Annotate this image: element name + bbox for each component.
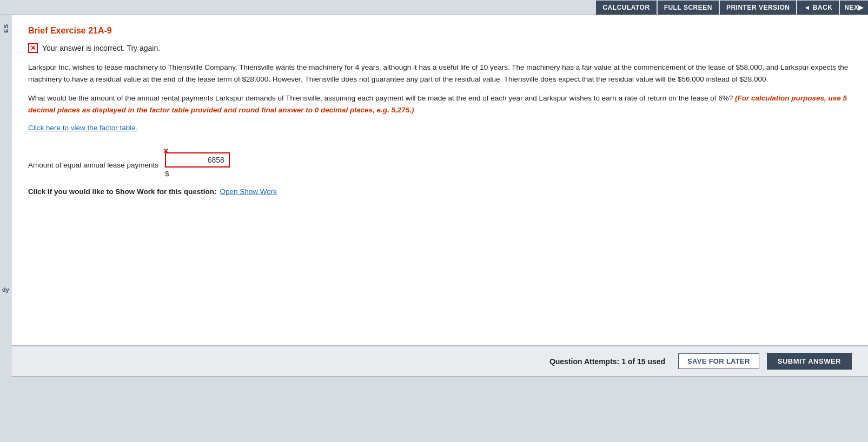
- dollar-sign: $: [165, 170, 169, 178]
- sidebar-bottom-label: dy: [2, 286, 9, 293]
- question-body-2-text: What would be the amount of the annual r…: [28, 94, 733, 102]
- next-button[interactable]: NEX▶: [840, 1, 868, 15]
- input-row: Amount of equal annual lease payments ✕ …: [28, 152, 852, 178]
- save-for-later-button[interactable]: SAVE FOR LATER: [678, 353, 759, 369]
- question-body-2: What would be the amount of the annual r…: [28, 92, 852, 116]
- submit-answer-button[interactable]: SUBMIT ANSWER: [767, 353, 852, 370]
- exercise-title: Brief Exercise 21A-9: [28, 26, 852, 36]
- printer-button[interactable]: PRINTER VERSION: [720, 1, 797, 15]
- bottom-bar: Question Attempts: 1 of 15 used SAVE FOR…: [12, 346, 868, 376]
- incorrect-icon: ✕: [28, 43, 38, 53]
- question-area: Brief Exercise 21A-9 ✕ Your answer is in…: [12, 15, 868, 345]
- input-label: Amount of equal annual lease payments: [28, 161, 158, 169]
- open-show-work-link[interactable]: Open Show Work: [220, 187, 277, 196]
- show-work-row: Click if you would like to Show Work for…: [28, 187, 852, 196]
- toolbar: CALCULATOR FULL SCREEN PRINTER VERSION ◄…: [0, 0, 868, 15]
- sidebar-left: ES: [0, 15, 12, 442]
- input-wrapper: ✕ $: [165, 152, 230, 178]
- question-body-1: Larkspur Inc. wishes to lease machinery …: [28, 62, 852, 85]
- factor-table-link[interactable]: Click here to view the factor table.: [28, 124, 138, 132]
- answer-input[interactable]: [165, 152, 230, 168]
- calculator-button[interactable]: CALCULATOR: [596, 1, 656, 15]
- back-button[interactable]: ◄ BACK: [797, 1, 839, 15]
- show-work-label: Click if you would like to Show Work for…: [28, 187, 217, 196]
- sidebar-top-label: ES: [3, 24, 9, 33]
- fullscreen-button[interactable]: FULL SCREEN: [658, 1, 719, 15]
- main-wrapper: ES Brief Exercise 21A-9 ✕ Your answer is…: [0, 15, 868, 442]
- input-error-icon: ✕: [163, 147, 169, 155]
- incorrect-message: Your answer is incorrect. Try again.: [42, 44, 160, 52]
- content-panel: Brief Exercise 21A-9 ✕ Your answer is in…: [12, 15, 868, 442]
- incorrect-banner: ✕ Your answer is incorrect. Try again.: [28, 43, 852, 53]
- lower-area: [12, 377, 868, 442]
- attempts-text: Question Attempts: 1 of 15 used: [549, 357, 665, 366]
